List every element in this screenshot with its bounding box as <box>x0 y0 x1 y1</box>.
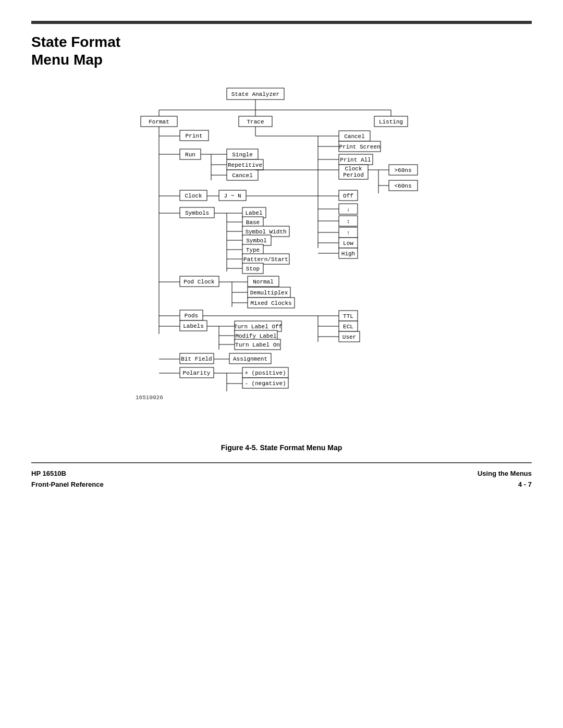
svg-text:Mixed Clocks: Mixed Clocks <box>250 300 291 306</box>
footer-bar: HP 16510B Front-Panel Reference Using th… <box>31 462 532 490</box>
svg-text:Type: Type <box>246 247 260 253</box>
footer-left: HP 16510B Front-Panel Reference <box>31 468 104 490</box>
svg-text:Normal: Normal <box>253 279 274 285</box>
svg-text:+ (positive): + (positive) <box>244 370 286 376</box>
diagram-area: State Analyzer Format Trace Listing Prin… <box>31 84 532 438</box>
svg-text:Format: Format <box>149 119 169 125</box>
svg-text:Trace: Trace <box>247 119 264 125</box>
svg-text:Label: Label <box>245 210 262 216</box>
svg-text:Demultiplex: Demultiplex <box>250 290 288 296</box>
svg-text:Symbol: Symbol <box>246 238 267 244</box>
svg-text:Clock: Clock <box>185 193 202 199</box>
svg-text:Clock: Clock <box>345 166 362 172</box>
svg-text:Modify Label: Modify Label <box>235 333 276 339</box>
svg-text:Pods: Pods <box>185 313 198 319</box>
svg-text:Base: Base <box>246 219 260 226</box>
svg-text:Listing: Listing <box>379 119 403 125</box>
svg-text:Polarity: Polarity <box>183 370 211 376</box>
svg-text:Stop: Stop <box>246 266 260 272</box>
figure-caption: Figure 4-5. State Format Menu Map <box>31 443 532 452</box>
top-rule <box>31 21 532 24</box>
svg-text:Print All: Print All <box>340 157 371 163</box>
svg-text:Off: Off <box>343 193 353 199</box>
svg-text:Run: Run <box>185 152 195 158</box>
svg-text:High: High <box>341 251 355 257</box>
footer-right: Using the Menus 4 - 7 <box>478 468 532 490</box>
svg-text:Labels: Labels <box>183 323 204 329</box>
svg-text:Single: Single <box>232 152 253 158</box>
svg-text:Symbols: Symbols <box>185 210 209 216</box>
svg-text:Assignment: Assignment <box>233 356 267 362</box>
svg-text:↕: ↕ <box>347 218 350 225</box>
svg-text:J ~ N: J ~ N <box>224 193 241 199</box>
footer-section: Using the Menus <box>478 468 532 479</box>
svg-text:Pattern/Start: Pattern/Start <box>243 256 288 263</box>
svg-text:Repetitive: Repetitive <box>228 162 262 168</box>
svg-text:↑: ↑ <box>347 230 350 236</box>
svg-text:↓: ↓ <box>347 206 350 213</box>
svg-text:Pod Clock: Pod Clock <box>183 279 215 285</box>
footer-product: HP 16510B <box>31 468 104 479</box>
svg-text:Cancel: Cancel <box>344 133 365 140</box>
svg-text:Turn Label On: Turn Label On <box>235 342 280 348</box>
svg-text:Cancel: Cancel <box>232 172 253 179</box>
svg-text:16510926: 16510926 <box>136 394 163 401</box>
svg-text:<60ns: <60ns <box>394 183 411 189</box>
svg-text:TTL: TTL <box>343 313 353 319</box>
svg-text:>60ns: >60ns <box>394 167 411 174</box>
footer-page: 4 - 7 <box>478 479 532 490</box>
svg-text:Print Screen: Print Screen <box>339 144 380 150</box>
svg-text:- (negative): - (negative) <box>244 380 286 387</box>
svg-text:Print: Print <box>185 133 202 139</box>
footer-reference: Front-Panel Reference <box>31 479 104 490</box>
svg-text:User: User <box>342 334 356 340</box>
svg-text:Period: Period <box>343 172 364 178</box>
svg-text:State Analyzer: State Analyzer <box>231 91 279 97</box>
page-title: State Format Menu Map <box>31 33 532 68</box>
svg-text:Bit Field: Bit Field <box>181 356 212 362</box>
svg-text:Low: Low <box>343 240 353 246</box>
svg-text:ECL: ECL <box>343 324 353 330</box>
svg-text:Turn Label Off: Turn Label Off <box>234 324 282 330</box>
svg-text:Symbol Width: Symbol Width <box>245 229 286 235</box>
